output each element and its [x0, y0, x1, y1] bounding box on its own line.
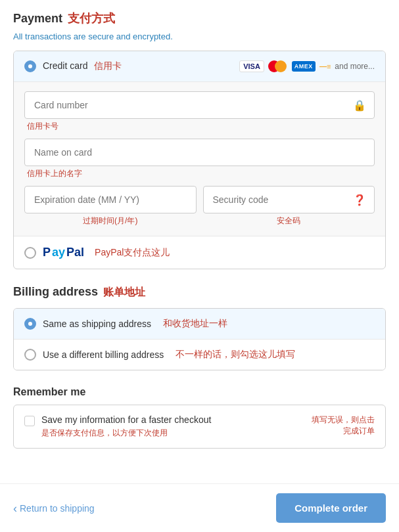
expiry-security-split: ❓ [24, 186, 375, 213]
amex-icon: AMEX [292, 61, 316, 72]
same-address-option[interactable]: Same as shipping address 和收货地址一样 [14, 309, 385, 339]
expiry-input-wrap [24, 186, 197, 213]
different-address-option[interactable]: Use a different billing address 不一样的话，则勾… [14, 339, 385, 370]
save-info-checkbox[interactable] [24, 416, 35, 426]
same-address-label-zh: 和收货地址一样 [163, 318, 227, 330]
remember-section: Remember me Save my information for a fa… [13, 386, 386, 449]
save-info-row: Save my information for a faster checkou… [24, 414, 375, 439]
other-card-icon: —≡ [319, 62, 331, 70]
paypal-logo: P ay Pal [43, 246, 84, 259]
paypal-pal: Pal [66, 246, 84, 259]
credit-card-radio[interactable] [24, 60, 36, 72]
and-more-text: and more... [335, 62, 375, 71]
expiry-input[interactable] [25, 187, 196, 213]
expiry-security-hints: 过期时间(月/年) 安全码 [24, 213, 375, 227]
paypal-ay: ay [52, 246, 65, 259]
name-zh: 信用卡上的名字 [24, 168, 375, 179]
paypal-option[interactable]: P ay Pal PayPal支付点这儿 [14, 236, 385, 269]
complete-hint-wrap: 填写无误，则点击完成订单 [312, 414, 375, 437]
card-form: 🔒 信用卡号 信用卡上的名字 ❓ 过期时间(月/年) [14, 82, 385, 236]
complete-hint-zh: 填写无误，则点击完成订单 [312, 414, 375, 437]
remember-title: Remember me [13, 386, 386, 398]
secure-text: All transactions are secure and encrypte… [13, 32, 386, 41]
card-number-zh: 信用卡号 [24, 121, 375, 132]
paypal-zh: PayPal支付点这儿 [95, 247, 170, 259]
card-icons: VISA AMEX —≡ and more... [239, 60, 375, 72]
save-info-text-wrap: Save my information for a faster checkou… [41, 414, 305, 439]
page-title-zh: 支付方式 [68, 11, 115, 26]
name-input[interactable] [25, 139, 374, 166]
payment-box: Credit card 信用卡 VISA AMEX —≡ and more...… [13, 51, 386, 269]
different-address-label-zh: 不一样的话，则勾选这儿填写 [176, 349, 295, 361]
security-input-wrap: ❓ [203, 186, 375, 213]
security-zh: 安全码 [203, 215, 375, 227]
paypal-radio[interactable] [24, 247, 36, 259]
credit-card-label: Credit card 信用卡 [43, 60, 122, 72]
expiry-zh: 过期时间(月/年) [24, 215, 197, 227]
different-address-radio[interactable] [24, 349, 36, 361]
remember-box: Save my information for a faster checkou… [13, 405, 386, 449]
lock-icon: 🔒 [353, 99, 374, 112]
footer-bar: Return to shipping Complete order [0, 483, 399, 532]
mastercard-icon [268, 60, 288, 72]
name-input-wrap [24, 139, 375, 166]
complete-order-button[interactable]: Complete order [276, 493, 386, 523]
card-number-field: 🔒 信用卡号 [24, 91, 375, 132]
paypal-p: P [43, 246, 51, 259]
name-on-card-field: 信用卡上的名字 [24, 139, 375, 179]
card-number-input-wrap: 🔒 [24, 91, 375, 119]
visa-icon: VISA [239, 60, 264, 72]
page-title-en: Payment [13, 12, 62, 26]
help-icon[interactable]: ❓ [353, 194, 374, 206]
billing-title-zh: 账单地址 [103, 286, 145, 299]
same-address-label-en: Same as shipping address [43, 319, 151, 329]
credit-card-option[interactable]: Credit card 信用卡 VISA AMEX —≡ and more... [14, 51, 385, 82]
expiry-security-row: ❓ 过期时间(月/年) 安全码 [24, 186, 375, 227]
save-info-label: Save my information for a faster checkou… [41, 414, 305, 425]
card-number-input[interactable] [25, 92, 353, 118]
billing-box: Same as shipping address 和收货地址一样 Use a d… [13, 308, 386, 370]
return-to-shipping-link[interactable]: Return to shipping [13, 502, 95, 514]
same-address-radio[interactable] [24, 318, 36, 330]
security-input[interactable] [204, 187, 354, 213]
save-info-zh: 是否保存支付信息，以方便下次使用 [41, 428, 305, 439]
billing-title-en: Billing address [13, 285, 98, 299]
different-address-label-en: Use a different billing address [43, 349, 164, 360]
